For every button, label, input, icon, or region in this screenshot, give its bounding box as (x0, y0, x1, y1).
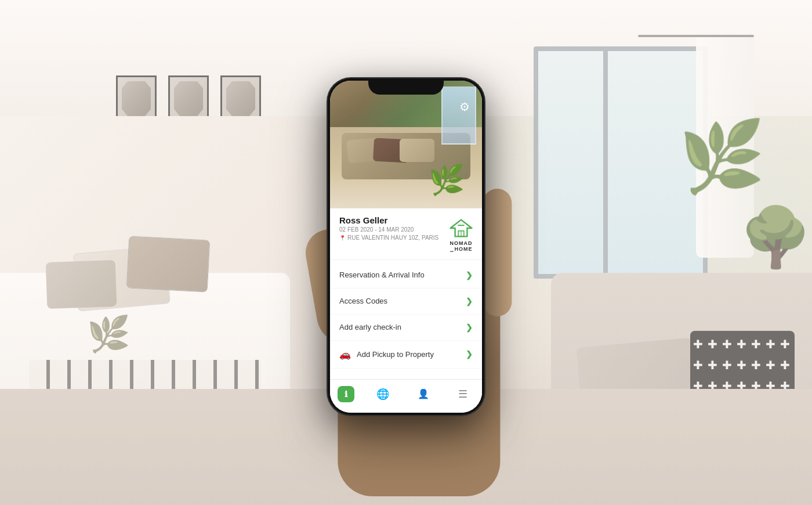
chevron-pickup: ❯ (466, 349, 473, 359)
phone-device: ⚙ 🌿 Ross Geller 02 FEB 2020 - 14 MAR 202… (328, 78, 484, 415)
wall-pic-3 (220, 75, 261, 122)
menu-item-access-codes[interactable]: Access Codes ❯ (330, 288, 482, 315)
guest-info-section: Ross Geller 02 FEB 2020 - 14 MAR 2020 📍 … (330, 208, 482, 260)
fingers (483, 189, 512, 316)
nav-profile[interactable]: 👤 (411, 386, 436, 402)
location-icon: 📍 (339, 235, 346, 241)
nomad-logo-svg (449, 215, 473, 241)
map-nav-icon: 🌐 (376, 388, 389, 401)
guest-details: Ross Geller 02 FEB 2020 - 14 MAR 2020 📍 … (339, 215, 444, 241)
nomad-dash: ⎯ (450, 247, 454, 252)
phone-notch (368, 78, 444, 95)
plant-gold (87, 313, 133, 383)
menu-item-pickup[interactable]: 🚗 Add Pickup to Property ❯ (330, 341, 482, 369)
phone-hand-assembly: ⚙ 🌿 Ross Geller 02 FEB 2020 - 14 MAR 202… (290, 44, 522, 461)
nomad-home-logo: NOMAD ⎯ HOME (449, 215, 473, 252)
early-checkin-label: Add early check-in (339, 323, 401, 331)
hero-plant: 🌿 (429, 163, 465, 197)
menu-item-reservation[interactable]: Reservation & Arrival Info ❯ (330, 262, 482, 288)
home-nav-icon: ℹ (345, 389, 347, 399)
right-plant-2: 🌳 (740, 203, 812, 272)
wall-pic-2 (168, 75, 209, 122)
nomad-brand-text: NOMAD ⎯ HOME (450, 241, 473, 252)
wall-pic-1 (116, 75, 157, 122)
nav-home[interactable]: ℹ (338, 386, 354, 402)
wall-pictures (116, 75, 261, 122)
guest-name: Ross Geller (339, 215, 444, 225)
chevron-access-codes: ❯ (466, 297, 473, 306)
access-codes-label: Access Codes (339, 297, 387, 305)
chevron-early-checkin: ❯ (466, 323, 473, 332)
hero-window (441, 86, 476, 145)
settings-icon[interactable]: ⚙ (456, 99, 473, 115)
chevron-reservation: ❯ (466, 270, 473, 280)
pillow-3 (46, 260, 117, 309)
guest-dates: 02 FEB 2020 - 14 MAR 2020 (339, 226, 444, 233)
menu-nav-icon: ☰ (458, 388, 467, 401)
address-text: RUE VALENTIN HAUY 10Z, PARIS (347, 235, 438, 241)
profile-nav-icon: 👤 (418, 388, 429, 399)
bottom-navigation: ℹ 🌐 👤 ☰ (330, 379, 482, 413)
nav-menu[interactable]: ☰ (451, 385, 474, 403)
hero-pillow-3 (400, 139, 434, 162)
menu-section: Reservation & Arrival Info ❯ Access Code… (330, 260, 482, 371)
nav-map[interactable]: 🌐 (369, 385, 396, 403)
guest-address: 📍 RUE VALENTIN HAUY 10Z, PARIS (339, 235, 444, 241)
phone-screen: 🌿 Ross Geller 02 FEB 2020 - 14 MAR 2020 … (330, 81, 482, 413)
pillow-2 (126, 236, 211, 292)
window-left (534, 46, 615, 279)
pickup-label: Add Pickup to Property (357, 350, 434, 359)
reservation-label: Reservation & Arrival Info (339, 270, 425, 279)
right-plant-1: 🌿 (679, 116, 766, 198)
car-icon: 🚗 (339, 349, 351, 360)
menu-item-early-checkin[interactable]: Add early check-in ❯ (330, 315, 482, 341)
